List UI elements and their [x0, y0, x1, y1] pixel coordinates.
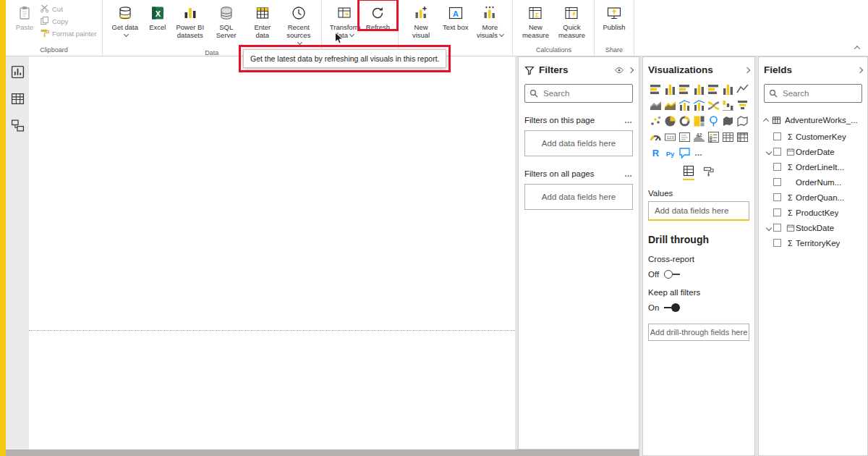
collapse-fields-chevron-icon[interactable]	[857, 67, 863, 72]
visual-icon-treemap[interactable]	[692, 114, 705, 127]
data-view-button[interactable]	[9, 90, 25, 106]
more-visuals-button[interactable]: More visuals	[472, 1, 507, 39]
recent-sources-button[interactable]: Recent sources	[281, 1, 316, 48]
visual-icon-card[interactable]: 123	[663, 130, 676, 143]
visual-icon-gauge[interactable]	[649, 130, 662, 143]
calendar-icon	[785, 148, 796, 156]
new-visual-button[interactable]: New visual	[404, 1, 438, 39]
visual-icon-100-stacked-column-chart[interactable]	[721, 83, 734, 96]
pbi-datasets-icon	[182, 4, 198, 22]
visual-icon-multi-row-card[interactable]	[678, 130, 691, 143]
field-checkbox[interactable]	[773, 239, 781, 247]
visual-icon-map[interactable]	[707, 114, 720, 127]
model-view-button[interactable]	[9, 117, 25, 133]
field-name: OrderDate	[796, 148, 835, 156]
filters-all-pages-drop-zone[interactable]: Add data fields here	[524, 184, 633, 210]
sigma-icon: Σ	[785, 193, 796, 202]
visual-icon-clustered-column-chart[interactable]	[692, 83, 705, 96]
visual-icon-q-and-a[interactable]	[678, 146, 691, 159]
field-checkbox[interactable]	[773, 178, 781, 186]
sigma-icon: Σ	[785, 132, 796, 141]
model-view-icon	[11, 119, 25, 132]
field-checkbox[interactable]	[773, 132, 781, 140]
visual-icon-waterfall-chart[interactable]	[721, 98, 734, 111]
publish-icon	[606, 4, 622, 22]
excel-button[interactable]: XExcel	[144, 1, 171, 31]
field-row-orderquan[interactable]: ΣOrderQuan...	[764, 190, 862, 205]
field-row-stockdate[interactable]: StockDate	[764, 220, 862, 235]
field-checkbox[interactable]	[773, 208, 781, 216]
field-checkbox[interactable]	[773, 163, 781, 171]
more-options-icon[interactable]: …	[624, 169, 633, 178]
field-row-productkey[interactable]: ΣProductKey	[764, 205, 862, 220]
visual-icon-100-stacked-bar-chart[interactable]	[707, 83, 720, 96]
quick-measure-button[interactable]: Quick measure	[554, 1, 589, 39]
visual-icon-more-options[interactable]: …	[692, 146, 705, 159]
power-bi-datasets-button[interactable]: Power BI datasets	[173, 1, 208, 39]
refresh-button[interactable]: Refresh	[363, 1, 393, 31]
report-view-button[interactable]	[9, 64, 25, 80]
field-checkbox[interactable]	[773, 148, 781, 156]
visual-icon-line-chart[interactable]	[736, 83, 749, 96]
visual-icon-funnel[interactable]	[736, 98, 749, 111]
visual-icon-line-and-stacked-column-chart[interactable]	[678, 98, 691, 111]
new-measure-button[interactable]: ΣNew measure	[518, 1, 553, 39]
visual-icon-scatter-chart[interactable]	[649, 114, 662, 127]
collapse-filters-chevron-icon[interactable]	[628, 67, 634, 72]
table-icon	[772, 116, 781, 125]
cross-report-toggle[interactable]	[664, 270, 680, 279]
visual-icon-stacked-column-chart[interactable]	[663, 83, 676, 96]
field-row-orderlineit[interactable]: ΣOrderLineIt...	[764, 159, 862, 174]
visual-icon-stacked-bar-chart[interactable]	[649, 83, 662, 96]
filters-search-box[interactable]	[524, 84, 633, 103]
visual-icon-stacked-area-chart[interactable]	[663, 98, 676, 111]
field-row-ordernum[interactable]: OrderNum...	[764, 174, 862, 190]
sql-server-button[interactable]: SQL Server	[209, 1, 244, 39]
chevron-down-icon[interactable]	[765, 224, 771, 230]
values-drop-zone[interactable]: Add data fields here	[648, 201, 749, 221]
fields-bucket-tab[interactable]	[683, 165, 694, 180]
publish-button[interactable]: Publish	[600, 1, 628, 31]
filters-page-drop-zone[interactable]: Add data fields here	[524, 130, 633, 156]
dataset-table-row[interactable]: AdventureWorks_...	[764, 113, 862, 127]
report-canvas[interactable]	[29, 56, 515, 449]
drill-through-drop-zone[interactable]: Add drill-through fields here	[648, 324, 749, 341]
filters-search-input[interactable]	[542, 88, 628, 98]
field-row-territorykey[interactable]: ΣTerritoryKey	[764, 235, 862, 250]
fields-search-input[interactable]	[781, 88, 857, 98]
keep-all-filters-toggle[interactable]	[664, 303, 680, 312]
cut-button[interactable]: Cut	[40, 4, 97, 14]
format-tab[interactable]	[703, 165, 715, 180]
visual-icon-area-chart[interactable]	[649, 98, 662, 111]
more-options-icon[interactable]: …	[624, 116, 633, 124]
clipboard-icon	[17, 4, 33, 22]
visual-icon-filled-map[interactable]	[721, 114, 734, 127]
visual-icon-matrix[interactable]	[736, 130, 749, 143]
eye-icon[interactable]	[614, 65, 624, 75]
visual-icon-pie-chart[interactable]	[663, 114, 676, 127]
visual-icon-clustered-bar-chart[interactable]	[678, 83, 691, 96]
field-checkbox[interactable]	[773, 193, 781, 201]
visual-icon-python-visual[interactable]: Py	[663, 146, 676, 159]
collapse-visualizations-chevron-icon[interactable]	[744, 67, 750, 72]
text-box-button[interactable]: AText box	[440, 1, 471, 31]
enter-data-button[interactable]: Enter data	[245, 1, 280, 39]
format-painter-button[interactable]: Format painter	[40, 29, 97, 38]
fields-search-box[interactable]	[764, 84, 862, 103]
collapse-ribbon-button[interactable]	[852, 44, 862, 51]
get-data-button[interactable]: Get data	[108, 1, 142, 39]
visual-icon-line-and-clustered-column-chart[interactable]	[692, 98, 705, 111]
field-row-customerkey[interactable]: ΣCustomerKey	[764, 129, 862, 144]
visual-icon-r-script-visual[interactable]: R	[649, 146, 662, 159]
visual-icon-ribbon-chart[interactable]	[707, 98, 720, 111]
visual-icon-table[interactable]	[721, 130, 734, 143]
paste-button[interactable]: Paste	[11, 1, 38, 31]
field-checkbox[interactable]	[773, 224, 781, 232]
visual-icon-slicer[interactable]	[707, 130, 720, 143]
field-row-orderdate[interactable]: OrderDate	[764, 144, 862, 159]
chevron-down-icon[interactable]	[765, 148, 771, 154]
visual-icon-shape-map[interactable]	[736, 114, 749, 127]
visual-icon-donut-chart[interactable]	[678, 114, 691, 127]
visual-icon-kpi[interactable]: 42	[692, 130, 705, 143]
copy-button[interactable]: Copy	[40, 17, 97, 26]
